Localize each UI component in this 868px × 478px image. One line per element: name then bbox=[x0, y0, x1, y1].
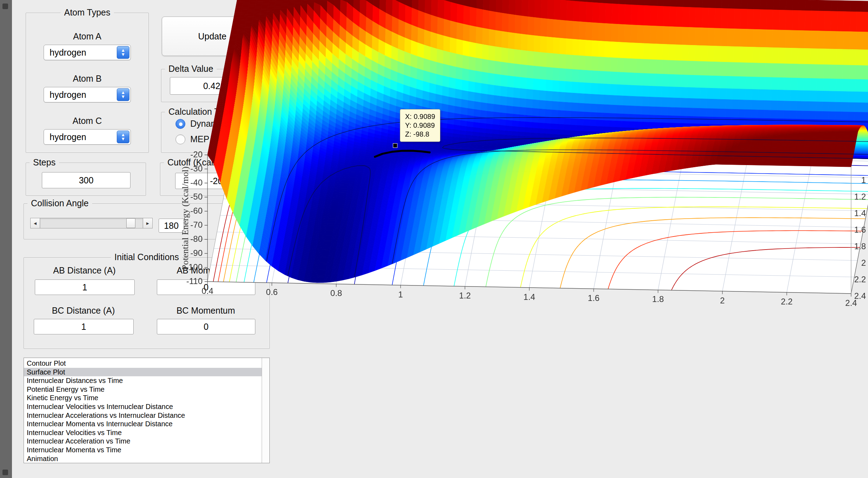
collision-angle-slider[interactable]: ◄ ► bbox=[30, 218, 153, 228]
atom-b-label: Atom B bbox=[26, 74, 148, 84]
atom-c-dropdown[interactable]: hydrogen ▲▼ bbox=[44, 129, 131, 145]
atom-a-value: hydrogen bbox=[44, 48, 117, 58]
atom-c-label: Atom C bbox=[26, 116, 148, 126]
atom-b-value: hydrogen bbox=[44, 90, 117, 100]
stepper-arrows-icon[interactable]: ▲▼ bbox=[117, 88, 129, 101]
steps-title: Steps bbox=[30, 157, 59, 168]
stepper-arrows-icon[interactable]: ▲▼ bbox=[117, 46, 129, 59]
datatip: X: 0.9089 Y: 0.9089 Z: -98.8 bbox=[400, 109, 441, 142]
atom-types-panel: Atom Types Atom A hydrogen ▲▼ Atom B hyd… bbox=[26, 13, 149, 153]
datatip-x: X: 0.9089 bbox=[405, 112, 435, 121]
atom-b-dropdown[interactable]: hydrogen ▲▼ bbox=[44, 87, 131, 102]
bc-distance-input[interactable]: 1 bbox=[34, 319, 134, 334]
atom-c-value: hydrogen bbox=[44, 132, 117, 142]
stepper-arrows-icon[interactable]: ▲▼ bbox=[117, 131, 129, 143]
desktop-edge bbox=[0, 0, 12, 478]
bc-distance-label: BC Distance (A) bbox=[34, 306, 133, 316]
application-window: Atom Types Atom A hydrogen ▲▼ Atom B hyd… bbox=[0, 0, 868, 478]
initial-conditions-title: Initial Conditions bbox=[111, 252, 182, 262]
steps-panel: Steps 300 bbox=[26, 163, 146, 196]
slider-left-arrow-icon[interactable]: ◄ bbox=[30, 218, 40, 228]
slider-track[interactable] bbox=[40, 218, 143, 228]
desktop-edge-mark bbox=[2, 470, 8, 475]
slider-right-arrow-icon[interactable]: ► bbox=[143, 218, 153, 228]
datatip-marker-icon[interactable] bbox=[393, 143, 397, 148]
atom-a-label: Atom A bbox=[26, 31, 148, 42]
desktop-edge-mark bbox=[2, 4, 8, 9]
collision-angle-title: Collision Angle bbox=[27, 198, 92, 208]
atom-types-title: Atom Types bbox=[60, 7, 114, 18]
pes-3d-surface-plot[interactable] bbox=[176, 0, 868, 317]
atom-a-dropdown[interactable]: hydrogen ▲▼ bbox=[44, 45, 131, 60]
ab-distance-input[interactable]: 1 bbox=[35, 279, 135, 295]
datatip-z: Z: -98.8 bbox=[405, 130, 435, 139]
datatip-y: Y: 0.9089 bbox=[405, 121, 435, 130]
plot-area: X: 0.9089 Y: 0.9089 Z: -98.8 bbox=[176, 0, 868, 478]
slider-thumb[interactable] bbox=[126, 218, 135, 228]
steps-input[interactable]: 300 bbox=[42, 172, 130, 188]
ab-distance-label: AB Distance (A) bbox=[35, 265, 134, 276]
